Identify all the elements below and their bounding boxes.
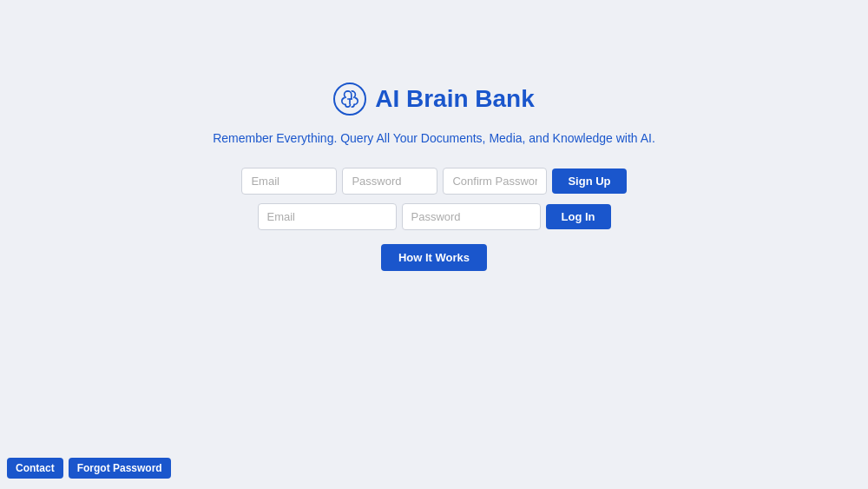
signup-button[interactable]: Sign Up [552, 169, 626, 194]
login-form: Log In [258, 203, 611, 230]
forgot-password-button[interactable]: Forgot Password [69, 458, 171, 479]
signup-email-input[interactable] [241, 168, 337, 195]
signup-form: Sign Up [241, 168, 626, 195]
logo-row: AI Brain Bank [333, 83, 535, 116]
bottom-buttons: Contact Forgot Password [7, 458, 171, 479]
app-title: AI Brain Bank [375, 85, 535, 113]
contact-button[interactable]: Contact [7, 458, 63, 479]
brain-icon [333, 83, 366, 116]
signup-confirm-input[interactable] [443, 168, 547, 195]
tagline: Remember Everything. Query All Your Docu… [213, 131, 655, 145]
how-it-works-button[interactable]: How It Works [381, 244, 487, 271]
login-password-input[interactable] [402, 203, 541, 230]
login-button[interactable]: Log In [546, 204, 611, 229]
signup-password-input[interactable] [342, 168, 437, 195]
login-email-input[interactable] [258, 203, 397, 230]
main-container: AI Brain Bank Remember Everything. Query… [0, 0, 868, 271]
